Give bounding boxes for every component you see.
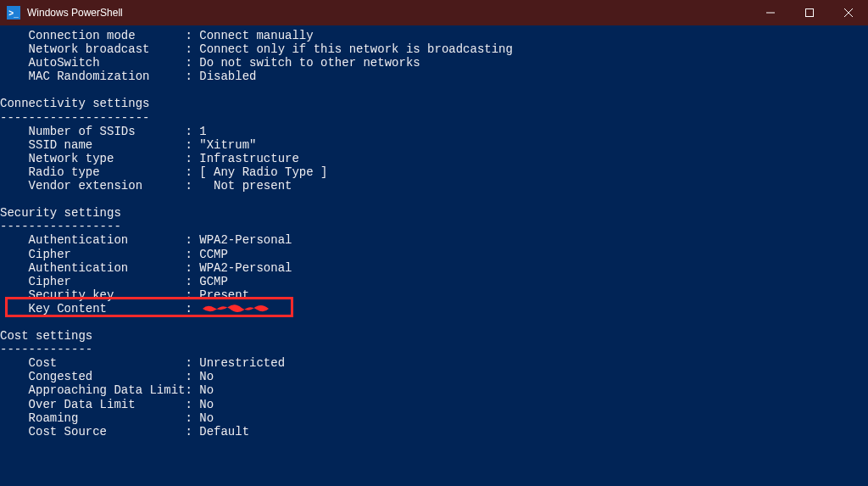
security-row-1: Cipher : CCMP [0,248,868,261]
top-row-0: Connection mode : Connect manually [0,29,868,42]
section-cost-dashes: ------------- [0,343,868,356]
svg-rect-1 [806,9,814,17]
window-controls [751,0,868,25]
blank-line [0,83,868,97]
cost-row-0: Cost : Unrestricted [0,356,868,370]
cost-row-2: Approaching Data Limit: No [0,383,868,397]
security-row-3: Cipher : GCMP [0,275,868,288]
cost-row-1: Congested : No [0,370,868,383]
blank-line [0,316,868,329]
top-row-3: MAC Randomization : Disabled [0,70,868,83]
section-security-title: Security settings [0,206,868,220]
section-connectivity-dashes: --------------------- [0,111,868,125]
section-cost-title: Cost settings [0,329,868,343]
cost-row-3: Over Data Limit : No [0,398,868,411]
close-button[interactable] [829,0,868,25]
terminal-output[interactable]: Connection mode : Connect manually Netwo… [0,25,868,439]
maximize-button[interactable] [790,0,829,25]
top-row-2: AutoSwitch : Do not switch to other netw… [0,56,868,70]
connectivity-row-1: SSID name : "Xitrum" [0,138,868,152]
security-row-4: Security key : Present [0,288,868,302]
cost-row-4: Roaming : No [0,411,868,425]
blank-line [0,193,868,206]
connectivity-row-2: Network type : Infrastructure [0,152,868,165]
connectivity-row-0: Number of SSIDs : 1 [0,125,868,138]
section-connectivity-title: Connectivity settings [0,97,868,110]
security-row-5: Key Content : [0,302,868,316]
minimize-button[interactable] [751,0,790,25]
cost-row-5: Cost Source : Default [0,425,868,439]
section-security-dashes: ----------------- [0,220,868,233]
redacted-value [201,303,274,315]
connectivity-row-3: Radio type : [ Any Radio Type ] [0,165,868,179]
connectivity-row-4: Vendor extension : Not present [0,179,868,193]
security-row-2: Authentication : WPA2-Personal [0,261,868,275]
powershell-icon: >_ [7,6,20,20]
top-row-1: Network broadcast : Connect only if this… [0,42,868,56]
window-title: Windows PowerShell [27,7,751,19]
security-row-0: Authentication : WPA2-Personal [0,233,868,247]
window-titlebar: >_ Windows PowerShell [0,0,868,25]
